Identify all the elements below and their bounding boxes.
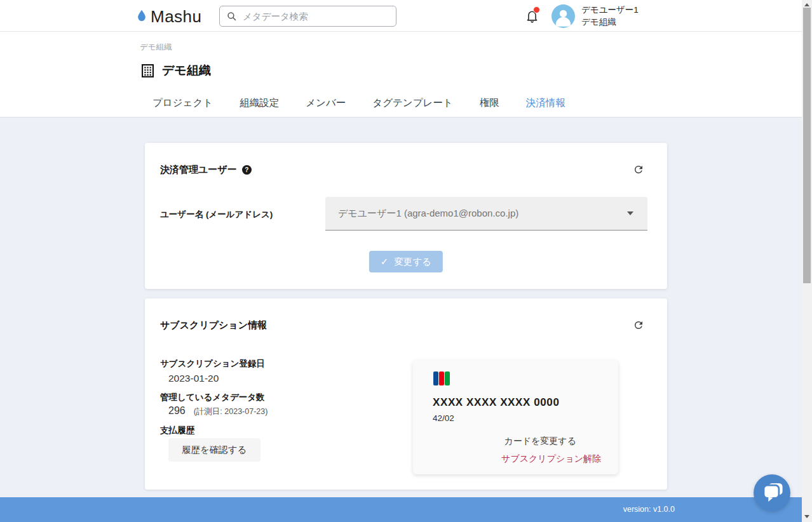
tab-permissions[interactable]: 権限 xyxy=(480,97,499,110)
cancel-subscription-link[interactable]: サブスクリプション解除 xyxy=(501,453,601,465)
view-history-button[interactable]: 履歴を確認する xyxy=(168,438,261,462)
card-expiry: 42/02 xyxy=(433,413,454,423)
tab-billing[interactable]: 決済情報 xyxy=(526,97,565,110)
metadata-count-row: 296 (計測日: 2023-07-23) xyxy=(168,405,267,417)
registered-date-label: サブスクリプション登録日 xyxy=(160,358,265,370)
payment-admin-title-row: 決済管理ユーザー ? xyxy=(160,164,252,176)
brand-name: Mashu xyxy=(151,7,202,27)
card-number: XXXX XXXX XXXX 0000 xyxy=(433,396,559,409)
page-title: デモ組織 xyxy=(162,62,211,79)
chat-bubble-icon xyxy=(754,474,790,511)
jcb-stripe-blue xyxy=(433,371,438,385)
registered-date-value: 2023-01-20 xyxy=(168,373,219,384)
user-avatar[interactable] xyxy=(551,4,575,28)
tab-bar: プロジェクト 組織設定 メンバー タグテンプレート 権限 決済情報 xyxy=(152,97,565,110)
subscription-title: サブスクリプション情報 xyxy=(160,319,267,331)
scroll-up-arrow-icon[interactable] xyxy=(804,3,809,6)
payment-user-select[interactable]: デモユーザー1 (agra-demo1@robon.co.jp) xyxy=(325,197,647,231)
metadata-count-note: (計測日: 2023-07-23) xyxy=(194,406,268,417)
refresh-button[interactable] xyxy=(633,164,644,175)
version-label: version: v1.0.0 xyxy=(623,505,675,514)
app-screen: Mashu デモユーザー1 デモ組織 デモ組織 xyxy=(0,0,812,522)
payment-admin-title: 決済管理ユーザー xyxy=(160,164,237,176)
change-user-button-label: 変更する xyxy=(394,256,431,268)
user-name: デモユーザー1 xyxy=(581,4,639,16)
metadata-search xyxy=(219,6,396,27)
refresh-icon xyxy=(633,319,644,331)
tab-projects[interactable]: プロジェクト xyxy=(152,97,213,110)
metadata-count-label: 管理しているメタデータ数 xyxy=(160,392,265,403)
refresh-button[interactable] xyxy=(633,319,644,331)
footer-bar: version: v1.0.0 xyxy=(0,497,812,522)
help-icon[interactable]: ? xyxy=(242,165,252,175)
check-icon: ✓ xyxy=(381,256,389,267)
vertical-scrollbar[interactable] xyxy=(802,0,812,522)
top-bar: Mashu デモユーザー1 デモ組織 xyxy=(0,0,812,32)
brand-logo[interactable]: Mashu xyxy=(135,7,202,27)
tab-tag-templates[interactable]: タグテンプレート xyxy=(372,97,453,110)
person-icon xyxy=(551,4,575,28)
organization-building-icon xyxy=(140,64,155,78)
chat-widget-button[interactable] xyxy=(754,474,790,511)
metadata-count-value: 296 xyxy=(168,405,186,417)
scrollbar-thumb[interactable] xyxy=(803,8,811,283)
user-organization: デモ組織 xyxy=(581,16,639,28)
search-input[interactable] xyxy=(243,11,382,22)
page-title-row: デモ組織 xyxy=(140,62,211,79)
credit-card-panel: XXXX XXXX XXXX 0000 42/02 カードを変更する サブスクリ… xyxy=(413,360,618,474)
subscription-card: サブスクリプション情報 サブスクリプション登録日 2023-01-20 管理して… xyxy=(145,298,667,490)
page-header: デモ組織 デモ組織 プロジェクト 組織設定 メンバー タグテンプレート 権限 決… xyxy=(0,32,812,117)
change-card-link[interactable]: カードを変更する xyxy=(504,436,576,447)
jcb-brand-icon xyxy=(433,371,450,385)
jcb-stripe-green xyxy=(445,371,450,385)
refresh-icon xyxy=(633,164,644,175)
user-menu[interactable]: デモユーザー1 デモ組織 xyxy=(581,4,639,28)
notification-badge xyxy=(533,6,540,13)
tab-members[interactable]: メンバー xyxy=(306,97,346,110)
scroll-down-arrow-icon[interactable] xyxy=(804,515,809,518)
change-user-button[interactable]: ✓ 変更する xyxy=(369,251,443,272)
payment-user-select-value: デモユーザー1 (agra-demo1@robon.co.jp) xyxy=(338,208,627,220)
breadcrumb[interactable]: デモ組織 xyxy=(140,42,172,53)
search-icon xyxy=(226,11,237,22)
payment-history-label: 支払履歴 xyxy=(160,425,194,436)
user-email-field-label: ユーザー名 (メールアドレス) xyxy=(160,209,273,220)
chevron-down-icon xyxy=(627,211,633,215)
payment-admin-card: 決済管理ユーザー ? ユーザー名 (メールアドレス) デモユーザー1 (agra… xyxy=(145,143,667,289)
water-drop-icon xyxy=(135,8,148,25)
tab-org-settings[interactable]: 組織設定 xyxy=(240,97,279,110)
subscription-title-row: サブスクリプション情報 xyxy=(160,319,267,331)
notification-bell-button[interactable] xyxy=(525,8,541,25)
jcb-stripe-red xyxy=(439,371,444,385)
